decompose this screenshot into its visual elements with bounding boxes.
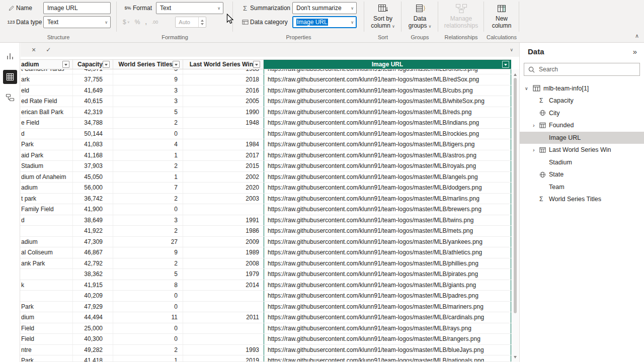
cell-url[interactable]: https://raw.githubusercontent.com/klunn9… — [264, 139, 511, 150]
cell-titles[interactable]: 8 — [113, 280, 183, 291]
cell-titles[interactable]: 2 — [113, 118, 183, 128]
report-view-button[interactable] — [3, 49, 17, 63]
cell-year[interactable] — [183, 334, 264, 344]
cell-stadium[interactable]: dium of Anaheim — [20, 172, 73, 183]
cell-stadium[interactable]: erican Ball Park — [20, 107, 73, 118]
table-row[interactable]: Field40,3000https://raw.githubuserconten… — [20, 334, 511, 345]
scroll-down-icon[interactable] — [514, 356, 517, 360]
filter-icon[interactable] — [62, 61, 69, 68]
cell-url[interactable]: https://raw.githubusercontent.com/klunn9… — [264, 204, 511, 215]
cell-stadium[interactable]: dium — [20, 312, 73, 323]
decimal-places-stepper[interactable]: Auto — [175, 17, 206, 28]
cell-titles[interactable]: 1 — [113, 355, 183, 361]
cell-capacity[interactable]: 40,615 — [73, 96, 113, 107]
cell-year[interactable]: 1986 — [183, 226, 264, 236]
cell-year[interactable]: 1983 — [183, 69, 264, 74]
cell-url[interactable]: https://raw.githubusercontent.com/klunn9… — [264, 172, 511, 183]
column-header-capacity[interactable]: Capacity — [73, 60, 113, 69]
cell-titles[interactable]: 3 — [113, 215, 183, 226]
cell-stadium[interactable]: ank Park — [20, 258, 73, 269]
collapse-ribbon-icon[interactable]: ∧ — [635, 33, 639, 39]
cell-year[interactable]: 1990 — [183, 107, 264, 118]
cell-titles[interactable]: 2 — [113, 345, 183, 355]
cell-titles[interactable]: 3 — [113, 69, 183, 74]
cell-url[interactable]: https://raw.githubusercontent.com/klunn9… — [264, 74, 511, 85]
cell-url[interactable]: https://raw.githubusercontent.com/klunn9… — [264, 269, 511, 280]
cell-titles[interactable]: 7 — [113, 183, 183, 193]
cell-url[interactable]: https://raw.githubusercontent.com/klunn9… — [264, 96, 511, 107]
cell-capacity[interactable]: 47,309 — [73, 237, 113, 247]
cell-stadium[interactable]: Field — [20, 334, 73, 344]
column-header-last-world-series-win[interactable]: Last World Series Win — [183, 60, 264, 69]
cell-capacity[interactable]: 56,000 — [73, 183, 113, 193]
cell-capacity[interactable]: 42,792 — [73, 258, 113, 269]
cell-capacity[interactable]: 37,903 — [73, 161, 113, 171]
cell-stadium[interactable]: d — [20, 215, 73, 226]
cell-year[interactable]: 2015 — [183, 161, 264, 171]
cell-titles[interactable]: 5 — [113, 269, 183, 280]
cell-capacity[interactable]: 38,649 — [73, 215, 113, 226]
data-type-dropdown[interactable]: Text ∨ — [43, 16, 111, 28]
cell-capacity[interactable]: 50,144 — [73, 129, 113, 139]
cell-titles[interactable]: 3 — [113, 96, 183, 107]
cell-titles[interactable]: 1 — [113, 172, 183, 183]
cell-stadium[interactable] — [20, 291, 73, 301]
cell-titles[interactable]: 0 — [113, 291, 183, 301]
currency-format-button[interactable]: $ ∨ — [123, 19, 130, 26]
cell-titles[interactable]: 2 — [113, 226, 183, 236]
cell-capacity[interactable]: 45,971 — [73, 69, 113, 74]
cell-capacity[interactable]: 42,319 — [73, 107, 113, 118]
table-row[interactable]: d50,1440https://raw.githubusercontent.co… — [20, 129, 511, 140]
cell-url[interactable]: https://raw.githubusercontent.com/klunn9… — [264, 107, 511, 118]
stepper-buttons[interactable] — [198, 17, 206, 27]
cell-stadium[interactable] — [20, 269, 73, 280]
cell-year[interactable] — [183, 291, 264, 301]
cell-url[interactable]: https://raw.githubusercontent.com/klunn9… — [264, 129, 511, 139]
cell-capacity[interactable]: 38,362 — [73, 269, 113, 280]
cell-year[interactable]: 1979 — [183, 269, 264, 280]
formula-commit-button[interactable]: ✓ — [46, 47, 51, 53]
cell-stadium[interactable]: t park — [20, 194, 73, 204]
search-box[interactable] — [524, 63, 640, 76]
formula-expand-icon[interactable]: ∨ — [510, 47, 513, 52]
model-view-button[interactable] — [3, 90, 17, 105]
search-input[interactable] — [539, 66, 635, 73]
cell-titles[interactable]: 0 — [113, 334, 183, 344]
cell-year[interactable]: 2016 — [183, 85, 264, 96]
scrollbar-thumb[interactable] — [514, 78, 517, 313]
cell-stadium[interactable]: eld — [20, 85, 73, 96]
cell-stadium[interactable]: adium — [20, 183, 73, 193]
cell-year[interactable]: 2017 — [183, 150, 264, 161]
cell-stadium[interactable]: d — [20, 129, 73, 139]
cell-url[interactable]: https://raw.githubusercontent.com/klunn9… — [264, 215, 511, 226]
cell-capacity[interactable]: 36,742 — [73, 194, 113, 204]
cell-stadium[interactable]: ntre — [20, 345, 73, 355]
cell-capacity[interactable]: 45,050 — [73, 172, 113, 183]
table-row[interactable]: al Coliseum46,86791989https://raw.github… — [20, 247, 511, 258]
cell-titles[interactable]: 4 — [113, 139, 183, 150]
cell-titles[interactable]: 27 — [113, 237, 183, 247]
cell-year[interactable]: 2005 — [183, 96, 264, 107]
cell-capacity[interactable]: 41,900 — [73, 204, 113, 215]
cell-capacity[interactable]: 44,494 — [73, 312, 113, 323]
expand-icon[interactable]: › — [533, 122, 539, 128]
cell-capacity[interactable]: 41,083 — [73, 139, 113, 150]
cell-titles[interactable]: 2 — [113, 258, 183, 269]
cell-stadium[interactable]: ark — [20, 74, 73, 85]
cell-url[interactable]: https://raw.githubusercontent.com/klunn9… — [264, 69, 511, 74]
cell-stadium[interactable]: Field — [20, 323, 73, 334]
cell-year[interactable]: 1993 — [183, 345, 264, 355]
table-row[interactable]: aid Park41,16812017https://raw.githubuse… — [20, 150, 511, 161]
table-row[interactable]: dium44,494112011https://raw.githubuserco… — [20, 312, 511, 323]
scroll-up-icon[interactable] — [514, 72, 517, 76]
cell-year[interactable] — [183, 302, 264, 312]
cell-url[interactable]: https://raw.githubusercontent.com/klunn9… — [264, 345, 511, 355]
cell-year[interactable] — [183, 323, 264, 334]
percent-format-button[interactable]: % — [135, 19, 140, 26]
cell-stadium[interactable]: k — [20, 280, 73, 291]
cell-stadium[interactable]: adium — [20, 237, 73, 247]
table-row[interactable]: dium of Anaheim45,05012002https://raw.gi… — [20, 172, 511, 183]
cell-url[interactable]: https://raw.githubusercontent.com/klunn9… — [264, 258, 511, 269]
cell-stadium[interactable]: ed Rate Field — [20, 96, 73, 107]
cell-year[interactable]: 2002 — [183, 172, 264, 183]
